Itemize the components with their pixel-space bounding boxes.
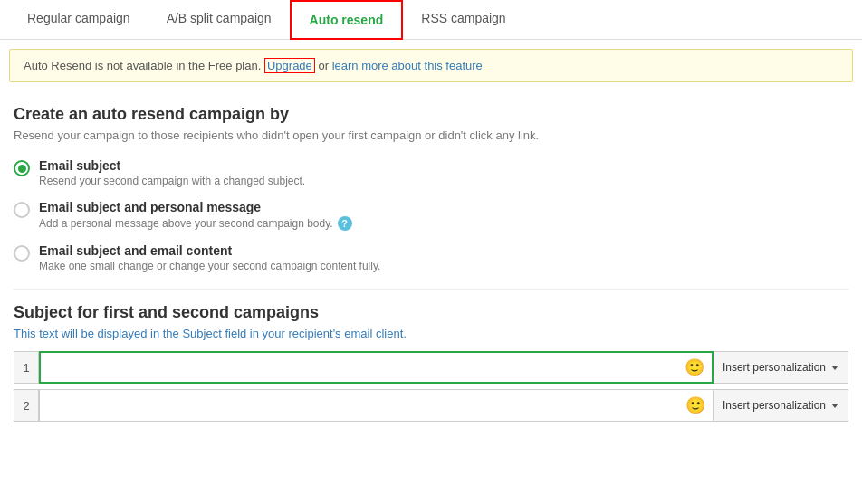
subject-row-2: 2 🙂 Insert personalization [14, 389, 848, 422]
main-content: Create an auto resend campaign by Resend… [0, 91, 862, 422]
tab-regular[interactable]: Regular campaign [9, 0, 148, 40]
insert-personalization-btn-1[interactable]: Insert personalization [714, 351, 848, 384]
chevron-down-icon-2 [831, 404, 838, 408]
insert-personalization-btn-2[interactable]: Insert personalization [714, 389, 848, 422]
subject-input-2[interactable] [47, 399, 681, 413]
tab-ab-split[interactable]: A/B split campaign [148, 0, 290, 40]
help-icon[interactable]: ? [338, 216, 352, 231]
tabs-bar: Regular campaign A/B split campaign Auto… [0, 0, 862, 40]
divider [14, 289, 848, 290]
create-section-subtitle: Resend your campaign to those recipients… [14, 128, 848, 142]
radio-btn-email-subject-personal[interactable] [14, 202, 30, 218]
subject-input-wrap-2: 🙂 [39, 389, 714, 422]
subject-row-1: 1 🙂 Insert personalization [14, 351, 848, 384]
subject-num-1: 1 [14, 351, 39, 384]
emoji-icon-2[interactable]: 🙂 [685, 395, 705, 415]
subject-section: Subject for first and second campaigns T… [14, 303, 848, 422]
tab-rss[interactable]: RSS campaign [403, 0, 523, 40]
tab-auto-resend[interactable]: Auto resend [290, 0, 404, 40]
radio-btn-email-subject-content[interactable] [14, 245, 30, 262]
radio-option-email-subject[interactable]: Email subject Resend your second campaig… [14, 158, 848, 187]
radio-group: Email subject Resend your second campaig… [14, 158, 848, 272]
radio-option-email-subject-personal[interactable]: Email subject and personal message Add a… [14, 200, 848, 231]
radio-option-email-subject-content[interactable]: Email subject and email content Make one… [14, 243, 848, 272]
create-section-title: Create an auto resend campaign by [14, 105, 848, 124]
radio-label-email-subject: Email subject Resend your second campaig… [39, 158, 305, 187]
chevron-down-icon [831, 366, 838, 370]
emoji-icon-1[interactable]: 🙂 [685, 357, 704, 377]
upgrade-link[interactable]: Upgrade [264, 58, 315, 73]
subject-section-desc: This text will be displayed in the Subje… [14, 327, 848, 340]
learn-more-link[interactable]: learn more about this feature [332, 59, 483, 72]
subject-input-wrap-1: 🙂 [39, 351, 714, 384]
radio-btn-email-subject[interactable] [14, 160, 30, 176]
subject-section-title: Subject for first and second campaigns [14, 303, 848, 322]
radio-label-email-subject-personal: Email subject and personal message Add a… [39, 200, 352, 231]
notice-banner: Auto Resend is not available in the Free… [9, 49, 853, 82]
subject-num-2: 2 [14, 389, 39, 422]
radio-label-email-subject-content: Email subject and email content Make one… [39, 243, 380, 272]
subject-input-1[interactable] [48, 361, 680, 375]
